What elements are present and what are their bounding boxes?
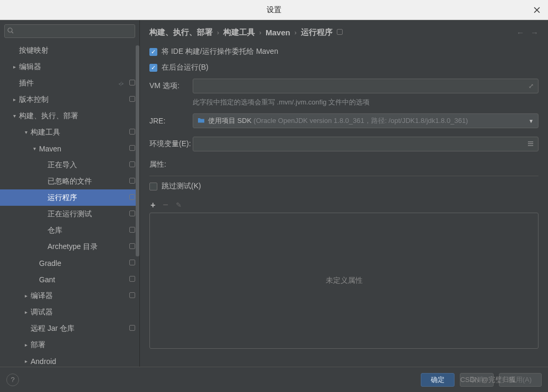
expand-icon[interactable]: ⤢: [528, 82, 534, 90]
help-button[interactable]: ?: [6, 374, 19, 386]
tree-item[interactable]: 按键映射: [0, 42, 139, 59]
scope-badge-icon: [129, 227, 135, 234]
chevron-right-icon[interactable]: ▸: [11, 97, 18, 102]
tree-item-label: 插件: [19, 79, 118, 88]
checkbox-checked-icon[interactable]: ✓: [149, 64, 157, 72]
tree-item[interactable]: ▾构建、执行、部署: [0, 108, 139, 124]
scope-badge-icon: [129, 243, 135, 250]
tree-item-label: 运行程序: [48, 193, 127, 203]
tree-item[interactable]: ▾构建工具: [0, 124, 139, 140]
skip-tests-label: 跳过测试(K): [162, 181, 201, 191]
dialog-footer: ? 确定 取消 CSDN @完璧归狐 应用(A): [0, 367, 548, 392]
chevron-down-icon[interactable]: ▾: [22, 129, 30, 135]
vm-options-input[interactable]: ⤢: [193, 79, 538, 93]
delegate-checkbox-row[interactable]: ✓ 将 IDE 构建/运行操作委托给 Maven: [149, 47, 538, 56]
tree-item[interactable]: ▸部署: [0, 337, 139, 353]
tree-item-label: 正在导入: [48, 160, 127, 170]
tree-item[interactable]: ▸编译器: [0, 288, 139, 304]
jre-label: JRE:: [149, 117, 193, 125]
chevron-right-icon[interactable]: ▸: [22, 358, 30, 364]
scope-badge-icon: [129, 96, 135, 103]
scope-badge-icon: [129, 145, 135, 152]
separator: [149, 176, 538, 176]
breadcrumb-item[interactable]: 构建、执行、部署: [149, 27, 213, 37]
skip-tests-checkbox-row[interactable]: 跳过测试(K): [149, 181, 538, 191]
chevron-down-icon: ▼: [528, 118, 534, 124]
tree-item[interactable]: 运行程序: [0, 189, 139, 206]
watermark-text: CSDN @完璧归狐: [460, 375, 516, 385]
nav-back-icon[interactable]: ←: [516, 28, 524, 37]
settings-tree[interactable]: 按键映射▸编辑器插件🝰▸版本控制▾构建、执行、部署▾构建工具▾Maven正在导入…: [0, 40, 139, 367]
breadcrumb-item[interactable]: Maven: [266, 28, 290, 37]
tree-item[interactable]: Archetype 目录: [0, 238, 139, 255]
chevron-right-icon[interactable]: ▸: [22, 293, 30, 299]
properties-label: 属性:: [149, 160, 538, 169]
tree-item[interactable]: 仓库: [0, 222, 139, 238]
nav-forward-icon[interactable]: →: [531, 28, 538, 37]
main-area: 按键映射▸编辑器插件🝰▸版本控制▾构建、执行、部署▾构建工具▾Maven正在导入…: [0, 20, 548, 367]
scrollbar[interactable]: [136, 45, 139, 256]
tree-item-label: Gradle: [39, 259, 127, 267]
chevron-right-icon: ›: [295, 29, 297, 36]
breadcrumb-item[interactable]: 构建工具: [223, 27, 255, 37]
tree-item[interactable]: 正在运行测试: [0, 206, 139, 222]
tree-item-label: 仓库: [48, 226, 127, 235]
checkbox-checked-icon[interactable]: ✓: [149, 48, 157, 56]
tree-item-label: 远程 Jar 仓库: [31, 324, 127, 333]
list-icon[interactable]: [527, 140, 534, 148]
svg-rect-3: [528, 143, 533, 144]
search-input[interactable]: [4, 24, 135, 38]
folder-icon: [197, 117, 205, 125]
content-panel: 构建、执行、部署 › 构建工具 › Maven › 运行程序 ← → ✓ 将 I…: [140, 20, 548, 367]
tree-item-label: 按键映射: [19, 46, 135, 55]
scope-badge-icon: [129, 161, 135, 168]
tree-item-label: 已忽略的文件: [48, 177, 127, 186]
tree-item-label: 构建工具: [31, 128, 127, 137]
tree-item-label: 构建、执行、部署: [19, 111, 135, 121]
breadcrumb: 构建、执行、部署 › 构建工具 › Maven › 运行程序 ← →: [149, 27, 538, 37]
tree-item[interactable]: Gant: [0, 271, 139, 288]
env-input[interactable]: [193, 137, 538, 151]
tree-item[interactable]: 远程 Jar 仓库: [0, 320, 139, 337]
tree-item-label: Gant: [39, 275, 127, 284]
jre-dropdown[interactable]: 使用项目 SDK (Oracle OpenJDK version 1.8.0_3…: [193, 113, 538, 128]
tree-item[interactable]: 插件🝰: [0, 75, 139, 91]
tree-item[interactable]: 已忽略的文件: [0, 173, 139, 189]
tree-item-label: 正在运行测试: [48, 209, 127, 219]
tree-item[interactable]: ▸调试器: [0, 304, 139, 320]
checkbox-unchecked-icon[interactable]: [149, 183, 157, 190]
tree-item[interactable]: ▾Maven: [0, 140, 139, 157]
tree-item[interactable]: Gradle: [0, 255, 139, 271]
tree-item-label: 部署: [31, 340, 135, 350]
tree-item[interactable]: 正在导入: [0, 157, 139, 173]
chevron-right-icon[interactable]: ▸: [11, 64, 18, 70]
ok-button[interactable]: 确定: [421, 373, 455, 387]
tree-item[interactable]: ▸版本控制: [0, 91, 139, 108]
svg-rect-2: [528, 141, 533, 142]
add-icon[interactable]: +: [150, 200, 155, 210]
tree-item-label: Archetype 目录: [48, 242, 127, 252]
chevron-right-icon: ›: [217, 29, 219, 36]
language-icon: 🝰: [118, 80, 124, 87]
cancel-button[interactable]: 取消 CSDN @完璧归狐: [460, 373, 494, 387]
chevron-right-icon[interactable]: ▸: [22, 309, 30, 315]
scope-badge-icon: [129, 325, 135, 332]
breadcrumb-item: 运行程序: [301, 27, 333, 37]
chevron-down-icon[interactable]: ▾: [31, 146, 38, 151]
chevron-down-icon[interactable]: ▾: [11, 113, 18, 119]
scope-badge-icon: [129, 211, 135, 217]
scope-badge-icon: [129, 194, 135, 201]
tree-item[interactable]: ▸Android: [0, 353, 139, 367]
properties-toolbar: + − ✎: [149, 197, 538, 213]
chevron-right-icon[interactable]: ▸: [22, 342, 30, 348]
tree-item[interactable]: ▸编辑器: [0, 59, 139, 75]
tree-item-label: 调试器: [31, 308, 135, 317]
background-checkbox-row[interactable]: ✓ 在后台运行(B): [149, 63, 538, 72]
close-icon: [534, 7, 540, 13]
scope-badge-icon: [129, 129, 135, 136]
properties-list[interactable]: 未定义属性: [149, 213, 538, 349]
scope-badge-icon: [129, 276, 135, 283]
scope-badge-icon: [129, 178, 135, 185]
close-button[interactable]: [531, 4, 543, 16]
vm-help-text: 此字段中指定的选项会重写 .mvn/.jvm.config 文件中的选项: [193, 98, 538, 107]
